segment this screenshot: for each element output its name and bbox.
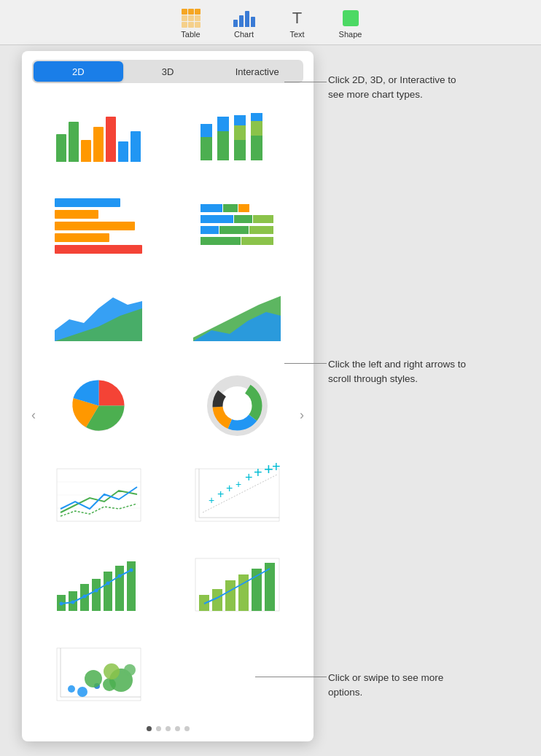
svg-rect-52 <box>104 572 112 611</box>
text-icon: T <box>286 8 309 28</box>
chart-icon <box>233 8 256 28</box>
dot-2[interactable] <box>156 726 161 731</box>
toolbar-text[interactable]: T Text <box>277 8 317 39</box>
svg-rect-3 <box>217 117 229 131</box>
svg-rect-2 <box>217 131 229 160</box>
callout-2-line <box>284 363 327 364</box>
chart-item-bar-v1[interactable] <box>46 102 152 171</box>
chart-row-7 <box>22 629 314 719</box>
svg-rect-9 <box>251 113 262 121</box>
chart-row-1 <box>22 92 314 182</box>
toolbar-shape[interactable]: Shape <box>330 8 370 39</box>
toolbar-table[interactable]: Table <box>171 8 211 39</box>
svg-point-73 <box>77 687 87 697</box>
svg-text:+: + <box>209 494 214 506</box>
svg-point-31 <box>224 392 250 418</box>
svg-rect-8 <box>251 121 262 136</box>
svg-text:+: + <box>226 482 233 494</box>
svg-point-59 <box>106 581 109 585</box>
svg-rect-19 <box>201 237 241 245</box>
svg-rect-20 <box>241 237 273 245</box>
chart-item-line1[interactable] <box>46 460 152 529</box>
svg-point-56 <box>71 600 74 604</box>
dot-5[interactable] <box>184 726 190 731</box>
svg-rect-53 <box>115 566 124 611</box>
svg-rect-65 <box>225 580 236 611</box>
svg-rect-51 <box>92 579 101 611</box>
svg-rect-1 <box>201 124 212 137</box>
svg-point-61 <box>129 568 133 572</box>
chart-item-mixed2[interactable] <box>184 550 290 619</box>
svg-rect-5 <box>234 125 246 140</box>
svg-rect-7 <box>251 136 262 160</box>
seg-2d[interactable]: 2D <box>34 61 123 82</box>
seg-interactive[interactable]: Interactive <box>212 61 302 82</box>
svg-rect-16 <box>201 226 219 234</box>
svg-text:+: + <box>236 478 241 490</box>
chart-grid: + + + + + + + + <box>22 89 314 722</box>
dot-4[interactable] <box>175 726 180 731</box>
svg-point-75 <box>85 670 102 687</box>
svg-rect-6 <box>234 115 246 125</box>
chart-item-area1[interactable] <box>46 281 152 351</box>
text-label: Text <box>289 30 304 39</box>
svg-point-55 <box>59 601 63 605</box>
callout-3-line <box>255 677 327 677</box>
segmented-control: 2D 3D Interactive <box>32 60 303 83</box>
callout-2-container: Click the left and right arrows to scrol… <box>328 357 470 387</box>
callout-1-line <box>284 82 327 82</box>
svg-point-58 <box>94 588 98 592</box>
chart-row-4 <box>22 361 314 451</box>
svg-rect-4 <box>234 140 246 160</box>
callout-1-text: Click 2D, 3D, or Interactive to see more… <box>328 73 470 103</box>
toolbar: Table Chart T Text Shape <box>0 0 541 45</box>
toolbar-chart[interactable]: Chart <box>224 8 264 39</box>
dot-3[interactable] <box>166 726 171 731</box>
svg-rect-10 <box>201 204 222 212</box>
chart-item-bar-v2[interactable] <box>184 102 290 171</box>
chart-panel: 2D 3D Interactive ‹ › <box>22 51 314 741</box>
svg-point-78 <box>104 663 120 679</box>
svg-text:+: + <box>254 464 262 480</box>
callout-3-text: Click or swipe to see more options. <box>328 671 470 701</box>
chart-item-area2[interactable] <box>184 281 290 351</box>
seg-3d[interactable]: 3D <box>123 61 213 82</box>
callout-3-container: Click or swipe to see more options. <box>328 671 470 701</box>
svg-rect-14 <box>234 215 252 223</box>
chart-item-donut1[interactable] <box>184 371 290 440</box>
nav-right-arrow[interactable]: › <box>293 402 311 429</box>
svg-point-72 <box>68 685 75 693</box>
chart-item-pie1[interactable] <box>46 371 152 440</box>
dot-1[interactable] <box>147 726 152 731</box>
chart-row-2 <box>22 182 314 271</box>
chart-item-placeholder <box>184 639 290 709</box>
svg-rect-17 <box>219 226 249 234</box>
svg-point-57 <box>82 594 86 598</box>
shape-label: Shape <box>339 30 362 39</box>
svg-rect-13 <box>201 215 233 223</box>
nav-left-arrow[interactable]: ‹ <box>25 402 42 429</box>
chart-row-6 <box>22 539 314 629</box>
svg-rect-66 <box>238 574 249 611</box>
callout-1-container: Click 2D, 3D, or Interactive to see more… <box>328 73 470 103</box>
chart-item-scatter1[interactable]: + + + + + + + + <box>184 460 290 529</box>
svg-point-60 <box>117 574 121 577</box>
chart-item-bubble1[interactable] <box>46 639 152 709</box>
chart-label: Chart <box>234 30 254 39</box>
chart-item-bar-h1[interactable] <box>46 192 152 261</box>
svg-rect-0 <box>201 137 212 160</box>
svg-rect-12 <box>238 204 249 212</box>
table-icon <box>179 8 203 28</box>
chart-row-5: + + + + + + + + <box>22 450 314 539</box>
svg-text:+: + <box>245 470 253 485</box>
shape-icon <box>339 8 362 28</box>
page-dots <box>22 722 314 734</box>
svg-text:+: + <box>217 488 224 500</box>
chart-item-mixed1[interactable] <box>46 550 152 619</box>
table-label: Table <box>181 30 200 39</box>
svg-point-79 <box>124 664 136 676</box>
svg-rect-18 <box>249 226 273 234</box>
main-container: 2D 3D Interactive ‹ › <box>22 45 314 756</box>
chart-item-bar-h2[interactable] <box>184 192 290 261</box>
svg-rect-67 <box>252 569 262 611</box>
